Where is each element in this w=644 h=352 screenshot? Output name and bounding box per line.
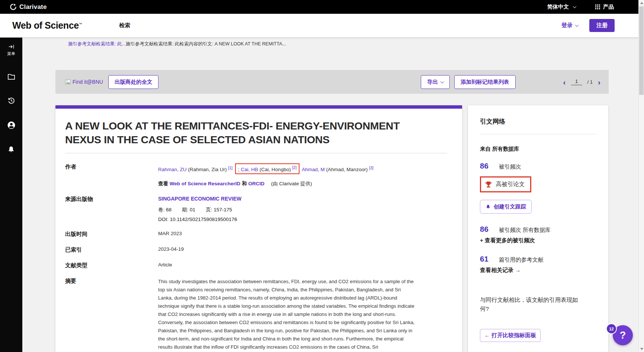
cited-references-label: 篇引用的参考文献 xyxy=(499,256,544,263)
published-value: MAR 2023 xyxy=(158,231,447,238)
authors-line: Rahman, ZU (Rahman, Zia Ur) [1] ; Cai, H… xyxy=(158,163,447,174)
doi-line: DOI: 10.1142/S0217590819500176 xyxy=(158,217,447,222)
register-button[interactable]: 注册 xyxy=(589,19,615,32)
pages: 页: 157-175 xyxy=(206,207,232,213)
published-row: 出版时间 MAR 2023 xyxy=(65,231,447,238)
orcid-prefix: 查看 xyxy=(158,181,168,186)
author-item: Rahman, ZU (Rahman, Zia Ur) [1] xyxy=(158,167,234,172)
from-all-databases-label: 来自 所有数据库 xyxy=(480,145,596,153)
citation-performance-question: 与同行文献相比，该文献的引用表现如何? xyxy=(480,295,581,313)
all-db-cited-count[interactable]: 86 xyxy=(480,225,488,234)
create-citation-alert-button[interactable]: 创建引文跟踪 xyxy=(480,200,532,214)
journal-link[interactable]: SINGAPORE ECONOMIC REVIEW xyxy=(158,196,241,202)
next-page-chevron[interactable]: › xyxy=(598,78,600,86)
open-comparison-panel-button[interactable]: ← 打开比较指标面板 xyxy=(480,329,541,342)
findit-link[interactable]: Find it@BNU xyxy=(65,79,103,85)
view-related-records-link[interactable]: 查看相关记录 → xyxy=(480,267,596,274)
record-card: A NEW LOOK AT THE REMITTANCES-FDI- ENERG… xyxy=(55,105,462,352)
published-label: 出版时间 xyxy=(65,231,158,238)
view-more-citations-link[interactable]: + 查看更多的被引频次 xyxy=(480,237,596,244)
doctype-row: 文献类型 Article xyxy=(65,262,447,269)
all-db-cited-row: 86 被引频次 所有数据库 xyxy=(480,225,596,234)
language-label: 简体中文 xyxy=(547,3,569,10)
author-affiliation-sup[interactable]: [1] xyxy=(228,165,233,170)
author-link[interactable]: Ahmad, M xyxy=(302,167,325,172)
fulltext-button[interactable]: 出版商处的全文 xyxy=(108,75,159,89)
cited-references-count[interactable]: 61 xyxy=(480,255,488,263)
breadcrumb-current: 施引参考文献检索结果: 此检索内容的引文: A NEW LOOK AT THE … xyxy=(126,41,286,47)
history-icon[interactable] xyxy=(7,96,16,105)
author-fullname: (Cai, Hongbo) xyxy=(260,167,291,172)
volume: 卷: 68 xyxy=(158,207,172,213)
abstract-label: 摘要 xyxy=(65,278,158,351)
language-selector[interactable]: 简体中文 xyxy=(547,3,576,10)
account-icon[interactable] xyxy=(7,121,16,130)
cited-references-row: 61 篇引用的参考文献 xyxy=(480,255,596,263)
source-row: 来源出版物 SINGAPORE ECONOMIC REVIEW 卷: 68 期:… xyxy=(65,196,447,222)
left-rail: 菜单 xyxy=(0,38,22,352)
citation-divider xyxy=(480,134,596,134)
times-cited-count[interactable]: 86 xyxy=(480,161,488,170)
page-number-input[interactable] xyxy=(571,79,582,85)
article-title: A NEW LOOK AT THE REMITTANCES-FDI- ENERG… xyxy=(65,119,430,147)
breadcrumb: 施引参考文献检索结果: 此...施引参考文献检索结果: 此检索内容的引文: A … xyxy=(68,41,286,47)
issue: 期: 01 xyxy=(182,207,195,213)
author-separator: ; xyxy=(238,167,240,172)
chevron-down-icon xyxy=(575,23,579,27)
scroll-up-arrow[interactable] xyxy=(639,0,644,6)
broken-image-icon xyxy=(65,80,72,85)
wos-logo[interactable]: Web of Science™ xyxy=(12,20,82,31)
record-toolbar: Find it@BNU 出版商处的全文 导出 添加到标记结果列表 ‹ / 1 › xyxy=(55,70,609,94)
orcid-link[interactable]: ORCID xyxy=(248,181,265,186)
volume-issue-pages: 卷: 68 期: 01 页: 157-175 xyxy=(158,207,447,213)
folder-icon[interactable] xyxy=(7,72,16,81)
chevron-down-icon xyxy=(440,80,444,83)
bell-plus-icon xyxy=(486,204,491,209)
bell-icon[interactable] xyxy=(7,145,15,154)
menu-expand-button[interactable]: 菜单 xyxy=(7,44,15,57)
login-label: 登录 xyxy=(561,22,573,29)
scroll-down-arrow[interactable] xyxy=(639,346,644,352)
prev-page-chevron[interactable]: ‹ xyxy=(563,78,566,86)
author-affiliation-sup[interactable]: [3] xyxy=(369,165,374,170)
page-total: / 1 xyxy=(587,79,593,85)
indexed-value: 2023-04-19 xyxy=(158,246,447,253)
researcherid-line: 查看 Web of Science ResearcherID 和 ORCID (… xyxy=(158,180,447,187)
login-menu[interactable]: 登录 xyxy=(561,22,578,29)
findit-label: Find it@BNU xyxy=(73,79,103,85)
scrollbar-thumb[interactable] xyxy=(639,6,644,95)
breadcrumb-link[interactable]: 施引参考文献检索结果: 此... xyxy=(68,41,126,47)
orcid-note: (由 Clarivate 提供) xyxy=(271,181,312,186)
wos-header: Web of Science™ 检索 登录 注册 xyxy=(0,14,638,38)
indexed-label: 已索引 xyxy=(65,246,158,253)
clarivate-brand[interactable]: Clarivate xyxy=(10,3,47,11)
pagination: ‹ / 1 › xyxy=(563,78,600,86)
indexed-row: 已索引 2023-04-19 xyxy=(65,246,447,253)
annotation-box-author: ; Cai, HB (Cai, Hongbo) [2] xyxy=(235,163,299,174)
help-notification-badge: 12 xyxy=(606,323,617,334)
author-link[interactable]: Cai, HB xyxy=(241,167,258,172)
export-button[interactable]: 导出 xyxy=(421,75,450,89)
authors-label: 作者 xyxy=(65,163,158,187)
annotation-box-highly-cited: 高被引论文 xyxy=(480,176,531,192)
times-cited-row: 86 被引频次 xyxy=(480,161,596,170)
grid-icon xyxy=(595,4,600,9)
highly-cited-label: 高被引论文 xyxy=(496,180,525,188)
products-menu[interactable]: 产品 xyxy=(595,3,614,10)
times-cited-label: 被引频次 xyxy=(499,163,521,170)
title-divider xyxy=(65,153,447,153)
clarivate-logo-icon xyxy=(10,3,17,10)
clarivate-topbar: Clarivate 简体中文 产品 xyxy=(0,0,638,14)
orcid-and: 和 xyxy=(242,181,247,186)
doctype-label: 文献类型 xyxy=(65,262,158,269)
add-to-marked-list-button[interactable]: 添加到标记结果列表 xyxy=(454,75,516,89)
source-label: 来源出版物 xyxy=(65,196,158,222)
doi-value: 10.1142/S0217590819500176 xyxy=(170,217,237,222)
researcherid-link[interactable]: Web of Science ResearcherID xyxy=(170,181,240,186)
author-affiliation-sup[interactable]: [2] xyxy=(292,165,297,170)
author-link[interactable]: Rahman, ZU xyxy=(158,167,187,172)
clarivate-brand-label: Clarivate xyxy=(19,3,47,11)
vertical-scrollbar[interactable] xyxy=(638,0,644,352)
author-item: Ahmad, M (Ahmad, Manzoor) [3] xyxy=(302,167,374,172)
nav-search-tab[interactable]: 检索 xyxy=(119,22,130,29)
